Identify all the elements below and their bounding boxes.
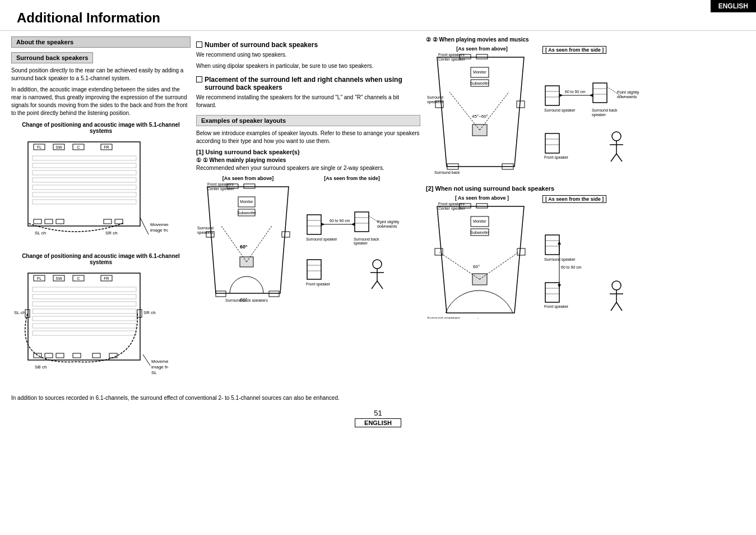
svg-text:Subwoofer: Subwoofer bbox=[470, 230, 489, 234]
surround-back-header: Surround back speakers bbox=[11, 52, 93, 63]
above-svg-3: Front speakers Center speaker Monitor Su… bbox=[426, 201, 538, 319]
svg-text:Front speakers: Front speakers bbox=[438, 202, 465, 206]
placement-section: Placement of the surround left and right… bbox=[196, 76, 420, 109]
svg-rect-19 bbox=[104, 219, 112, 224]
svg-text:speakers: speakers bbox=[427, 100, 443, 104]
svg-rect-10 bbox=[33, 163, 136, 168]
svg-text:120°: 120° bbox=[470, 317, 479, 319]
svg-text:SW: SW bbox=[55, 145, 62, 149]
diagram-3-container: [ As seen from above ] Front speakers Ce… bbox=[426, 195, 745, 322]
intro-text-2: In addition, the acoustic image extendin… bbox=[11, 86, 191, 117]
svg-rect-13 bbox=[33, 185, 136, 190]
svg-text:FL: FL bbox=[37, 145, 41, 149]
svg-text:image from SR to SB to: image from SR to SB to bbox=[151, 365, 168, 370]
svg-text:60°: 60° bbox=[473, 264, 480, 269]
diagram-5ch-title: Change of positioning and acoustic image… bbox=[11, 122, 191, 134]
left-column: About the speakers Surround back speaker… bbox=[11, 36, 191, 390]
svg-text:speakers: speakers bbox=[197, 230, 214, 235]
svg-marker-147 bbox=[590, 94, 593, 97]
svg-rect-17 bbox=[45, 219, 53, 224]
side-label-3: [ As seen from the side ] bbox=[542, 195, 606, 203]
svg-rect-39 bbox=[33, 316, 136, 321]
diagram-side-3: [ As seen from the side ] Surround speak… bbox=[542, 195, 655, 322]
svg-line-97 bbox=[372, 281, 377, 289]
svg-text:Front speakers: Front speakers bbox=[207, 182, 234, 187]
svg-text:Monitor: Monitor bbox=[240, 200, 253, 204]
svg-rect-38 bbox=[33, 309, 136, 313]
examples-header: Examples of speaker layouts bbox=[196, 115, 420, 126]
svg-text:C: C bbox=[77, 276, 80, 280]
svg-text:Point slightly: Point slightly bbox=[377, 220, 400, 224]
svg-text:image from SR to SL: image from SR to SL bbox=[150, 228, 168, 233]
svg-rect-82 bbox=[355, 212, 369, 232]
diagram-1-container: [As seen from above] Front speakers Cent… bbox=[196, 176, 420, 302]
svg-text:Surround back: Surround back bbox=[592, 108, 618, 112]
svg-point-140 bbox=[612, 132, 621, 141]
side-svg-2: Surround speaker Surround back speaker P… bbox=[542, 55, 655, 178]
diagram-5ch-svg: FL SW C FR bbox=[11, 136, 168, 248]
diagram-above-1: [As seen from above] Front speakers Cent… bbox=[196, 176, 300, 302]
num-surround-section: Number of surround back speakers We reco… bbox=[196, 41, 420, 70]
svg-rect-41 bbox=[33, 331, 136, 335]
above-label-1: [As seen from above] bbox=[196, 176, 300, 181]
svg-rect-42 bbox=[25, 310, 30, 317]
svg-text:speaker: speaker bbox=[354, 241, 368, 246]
above-label-3: [ As seen from above ] bbox=[426, 195, 538, 201]
svg-text:FR: FR bbox=[104, 276, 109, 280]
svg-text:Front speaker: Front speaker bbox=[544, 305, 569, 309]
svg-rect-37 bbox=[33, 302, 136, 306]
svg-text:Movement of acoustic: Movement of acoustic bbox=[151, 359, 168, 364]
svg-text:60 to 90 cm: 60 to 90 cm bbox=[330, 219, 350, 223]
svg-rect-18 bbox=[56, 219, 64, 224]
svg-rect-71 bbox=[282, 232, 290, 237]
right-column: ② ② When playing movies and musics [As s… bbox=[426, 36, 745, 390]
svg-rect-40 bbox=[33, 324, 136, 328]
svg-rect-9 bbox=[33, 156, 136, 160]
svg-text:Front speaker: Front speaker bbox=[544, 155, 569, 160]
svg-rect-170 bbox=[545, 283, 559, 302]
about-speakers-header: About the speakers bbox=[11, 36, 191, 48]
svg-text:Center speaker: Center speaker bbox=[207, 187, 235, 191]
num-surround-text1: We recommend using two speakers. bbox=[196, 51, 420, 59]
mid-column: Number of surround back speakers We reco… bbox=[196, 36, 420, 390]
svg-rect-117 bbox=[517, 101, 525, 108]
svg-line-114 bbox=[480, 92, 509, 130]
svg-rect-105 bbox=[476, 54, 488, 59]
svg-text:SW: SW bbox=[55, 276, 62, 280]
svg-line-177 bbox=[611, 302, 616, 311]
svg-text:Surround speaker: Surround speaker bbox=[544, 257, 576, 262]
diagram-61ch: Change of positioning and acoustic image… bbox=[11, 253, 191, 385]
svg-text:60 to 90 cm: 60 to 90 cm bbox=[561, 265, 582, 269]
svg-text:SL ch: SL ch bbox=[35, 230, 46, 236]
when-movies-musics-title: ② ② When playing movies and musics bbox=[426, 36, 745, 43]
svg-text:Center speaker: Center speaker bbox=[438, 206, 466, 211]
diagram-above-2: [As seen from above] Front speakers Cent… bbox=[426, 46, 538, 178]
side-svg-3: Surround speaker Front speaker bbox=[542, 204, 655, 322]
svg-text:Front speaker: Front speaker bbox=[306, 282, 331, 287]
svg-text:Center speaker: Center speaker bbox=[438, 57, 466, 62]
svg-marker-100 bbox=[321, 223, 324, 226]
svg-text:Point slightly: Point slightly bbox=[617, 90, 639, 95]
when-movies-title: ① ① When mainly playing movies bbox=[196, 157, 420, 163]
svg-text:downwards: downwards bbox=[377, 224, 397, 228]
diagram-61ch-title: Change of positioning and acoustic image… bbox=[11, 253, 191, 265]
using-surround-title: [1] Using surround back speaker(s) bbox=[196, 149, 420, 155]
svg-text:Monitor: Monitor bbox=[473, 219, 486, 223]
svg-rect-11 bbox=[33, 170, 136, 175]
svg-rect-50 bbox=[92, 353, 100, 358]
svg-rect-12 bbox=[33, 178, 136, 182]
svg-rect-59 bbox=[244, 184, 255, 188]
diagram-61ch-svg: FL SW C FR SL ch SR ch bbox=[11, 268, 168, 385]
diagram-side-2: [ As seen from the side ] Surround speak… bbox=[542, 46, 655, 178]
svg-rect-49 bbox=[73, 353, 81, 358]
svg-text:Surround: Surround bbox=[427, 95, 443, 99]
svg-text:SR ch: SR ch bbox=[143, 310, 156, 315]
svg-rect-43 bbox=[137, 310, 142, 317]
svg-rect-15 bbox=[33, 200, 136, 204]
svg-text:speaker: speaker bbox=[592, 113, 606, 117]
svg-marker-101 bbox=[351, 223, 355, 226]
svg-text:Surround speaker: Surround speaker bbox=[306, 237, 337, 242]
svg-text:downwards: downwards bbox=[617, 95, 637, 99]
svg-rect-0 bbox=[28, 142, 140, 226]
svg-text:Surround back: Surround back bbox=[354, 237, 379, 241]
